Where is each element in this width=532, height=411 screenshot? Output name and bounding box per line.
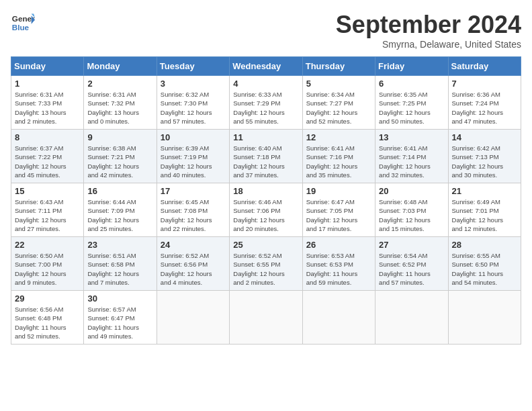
calendar-cell: 23Sunrise: 6:51 AM Sunset: 6:58 PM Dayli… [84,237,157,291]
day-number: 16 [87,186,152,196]
calendar-cell: 11Sunrise: 6:40 AM Sunset: 7:18 PM Dayli… [230,130,302,183]
day-number: 22 [15,240,80,250]
calendar-cell [157,291,229,345]
day-info: Sunrise: 6:50 AM Sunset: 7:00 PM Dayligh… [15,251,80,287]
column-header-sunday: Sunday [11,57,84,76]
calendar-cell: 18Sunrise: 6:46 AM Sunset: 7:06 PM Dayli… [230,183,302,237]
calendar-cell: 8Sunrise: 6:37 AM Sunset: 7:22 PM Daylig… [11,130,84,183]
day-info: Sunrise: 6:43 AM Sunset: 7:11 PM Dayligh… [15,197,80,233]
logo: General Blue [11,11,35,35]
calendar-cell: 16Sunrise: 6:44 AM Sunset: 7:09 PM Dayli… [84,183,157,237]
calendar-cell: 19Sunrise: 6:47 AM Sunset: 7:05 PM Dayli… [302,183,375,237]
svg-text:Blue: Blue [12,23,30,32]
day-number: 12 [306,132,371,142]
calendar-cell: 10Sunrise: 6:39 AM Sunset: 7:19 PM Dayli… [157,130,229,183]
day-number: 28 [452,240,517,250]
calendar-cell: 20Sunrise: 6:48 AM Sunset: 7:03 PM Dayli… [375,183,448,237]
day-number: 11 [233,132,298,142]
calendar-cell [302,291,375,345]
calendar-week-3: 15Sunrise: 6:43 AM Sunset: 7:11 PM Dayli… [11,183,521,237]
day-info: Sunrise: 6:41 AM Sunset: 7:16 PM Dayligh… [306,144,371,179]
calendar-cell: 30Sunrise: 6:57 AM Sunset: 6:47 PM Dayli… [84,291,157,345]
day-info: Sunrise: 6:41 AM Sunset: 7:14 PM Dayligh… [379,144,444,179]
day-info: Sunrise: 6:54 AM Sunset: 6:52 PM Dayligh… [379,251,444,287]
day-info: Sunrise: 6:47 AM Sunset: 7:05 PM Dayligh… [306,197,371,233]
day-number: 26 [306,240,371,250]
day-number: 21 [452,186,517,196]
day-number: 8 [15,132,80,142]
day-info: Sunrise: 6:40 AM Sunset: 7:18 PM Dayligh… [233,144,298,179]
calendar-cell: 21Sunrise: 6:49 AM Sunset: 7:01 PM Dayli… [448,183,521,237]
day-number: 9 [87,132,152,142]
day-info: Sunrise: 6:55 AM Sunset: 6:50 PM Dayligh… [452,251,517,287]
calendar-cell: 22Sunrise: 6:50 AM Sunset: 7:00 PM Dayli… [11,237,84,291]
day-info: Sunrise: 6:53 AM Sunset: 6:53 PM Dayligh… [306,251,371,287]
column-header-tuesday: Tuesday [157,57,229,76]
day-number: 17 [161,186,226,196]
calendar-cell: 7Sunrise: 6:36 AM Sunset: 7:24 PM Daylig… [448,76,521,130]
calendar-cell [375,291,448,345]
calendar-cell [448,291,521,345]
calendar-week-5: 29Sunrise: 6:56 AM Sunset: 6:48 PM Dayli… [11,291,521,345]
day-info: Sunrise: 6:44 AM Sunset: 7:09 PM Dayligh… [87,197,152,233]
calendar-cell: 12Sunrise: 6:41 AM Sunset: 7:16 PM Dayli… [302,130,375,183]
day-info: Sunrise: 6:38 AM Sunset: 7:21 PM Dayligh… [87,144,152,179]
day-info: Sunrise: 6:52 AM Sunset: 6:56 PM Dayligh… [161,251,226,287]
calendar-cell: 28Sunrise: 6:55 AM Sunset: 6:50 PM Dayli… [448,237,521,291]
day-number: 19 [306,186,371,196]
calendar-table: SundayMondayTuesdayWednesdayThursdayFrid… [11,56,521,345]
day-number: 30 [87,293,152,304]
day-number: 13 [379,132,444,142]
calendar-cell: 9Sunrise: 6:38 AM Sunset: 7:21 PM Daylig… [84,130,157,183]
calendar-cell [230,291,302,345]
day-info: Sunrise: 6:36 AM Sunset: 7:24 PM Dayligh… [452,90,517,126]
day-number: 7 [452,79,517,89]
day-info: Sunrise: 6:31 AM Sunset: 7:33 PM Dayligh… [15,90,80,126]
logo-icon: General Blue [11,11,35,35]
day-info: Sunrise: 6:34 AM Sunset: 7:27 PM Dayligh… [306,90,371,126]
day-info: Sunrise: 6:39 AM Sunset: 7:19 PM Dayligh… [161,144,226,179]
day-number: 1 [15,79,80,89]
calendar-cell: 5Sunrise: 6:34 AM Sunset: 7:27 PM Daylig… [302,76,375,130]
header-row: SundayMondayTuesdayWednesdayThursdayFrid… [11,57,521,76]
day-info: Sunrise: 6:46 AM Sunset: 7:06 PM Dayligh… [233,197,298,233]
day-number: 18 [233,186,298,196]
day-info: Sunrise: 6:52 AM Sunset: 6:55 PM Dayligh… [233,251,298,287]
day-number: 6 [379,79,444,89]
day-info: Sunrise: 6:57 AM Sunset: 6:47 PM Dayligh… [87,305,152,340]
calendar-cell: 29Sunrise: 6:56 AM Sunset: 6:48 PM Dayli… [11,291,84,345]
day-number: 4 [233,79,298,89]
calendar-cell: 3Sunrise: 6:32 AM Sunset: 7:30 PM Daylig… [157,76,229,130]
calendar-cell: 4Sunrise: 6:33 AM Sunset: 7:29 PM Daylig… [230,76,302,130]
day-number: 5 [306,79,371,89]
day-info: Sunrise: 6:32 AM Sunset: 7:30 PM Dayligh… [161,90,226,126]
day-info: Sunrise: 6:56 AM Sunset: 6:48 PM Dayligh… [15,305,80,340]
header: General Blue September 2024 Smyrna, Dela… [11,11,521,50]
calendar-cell: 24Sunrise: 6:52 AM Sunset: 6:56 PM Dayli… [157,237,229,291]
day-number: 10 [161,132,226,142]
day-number: 27 [379,240,444,250]
calendar-cell: 15Sunrise: 6:43 AM Sunset: 7:11 PM Dayli… [11,183,84,237]
day-info: Sunrise: 6:33 AM Sunset: 7:29 PM Dayligh… [233,90,298,126]
day-number: 14 [452,132,517,142]
column-header-friday: Friday [375,57,448,76]
day-info: Sunrise: 6:37 AM Sunset: 7:22 PM Dayligh… [15,144,80,179]
calendar-cell: 17Sunrise: 6:45 AM Sunset: 7:08 PM Dayli… [157,183,229,237]
day-info: Sunrise: 6:42 AM Sunset: 7:13 PM Dayligh… [452,144,517,179]
calendar-week-2: 8Sunrise: 6:37 AM Sunset: 7:22 PM Daylig… [11,130,521,183]
day-info: Sunrise: 6:35 AM Sunset: 7:25 PM Dayligh… [379,90,444,126]
day-info: Sunrise: 6:45 AM Sunset: 7:08 PM Dayligh… [161,197,226,233]
day-info: Sunrise: 6:31 AM Sunset: 7:32 PM Dayligh… [87,90,152,126]
day-number: 15 [15,186,80,196]
calendar-cell: 1Sunrise: 6:31 AM Sunset: 7:33 PM Daylig… [11,76,84,130]
day-info: Sunrise: 6:48 AM Sunset: 7:03 PM Dayligh… [379,197,444,233]
column-header-monday: Monday [84,57,157,76]
day-number: 25 [233,240,298,250]
location-subtitle: Smyrna, Delaware, United States [336,39,521,50]
day-number: 24 [161,240,226,250]
calendar-cell: 13Sunrise: 6:41 AM Sunset: 7:14 PM Dayli… [375,130,448,183]
calendar-cell: 26Sunrise: 6:53 AM Sunset: 6:53 PM Dayli… [302,237,375,291]
day-info: Sunrise: 6:51 AM Sunset: 6:58 PM Dayligh… [87,251,152,287]
day-info: Sunrise: 6:49 AM Sunset: 7:01 PM Dayligh… [452,197,517,233]
calendar-cell: 14Sunrise: 6:42 AM Sunset: 7:13 PM Dayli… [448,130,521,183]
